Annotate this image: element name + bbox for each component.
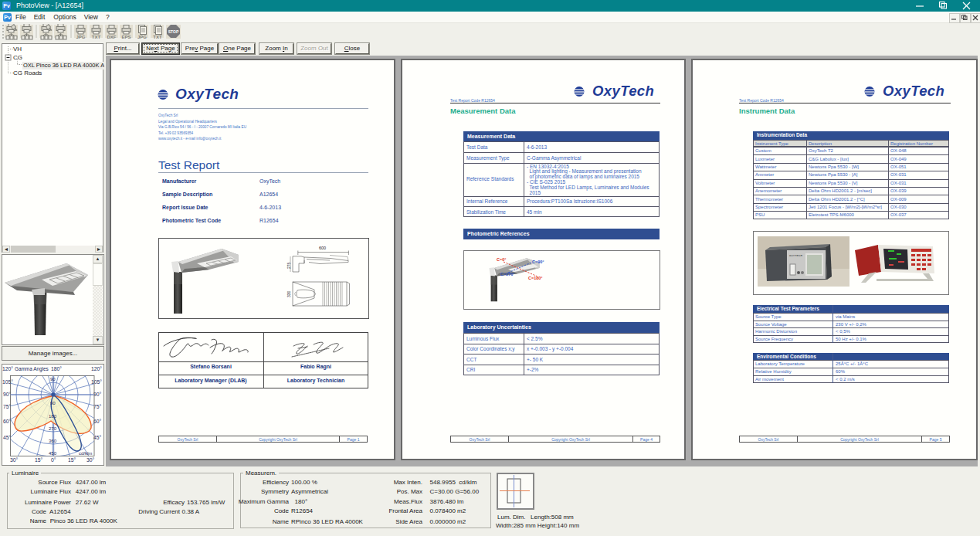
svg-text:75°: 75° — [3, 404, 12, 409]
svg-text:C=90°: C=90° — [532, 260, 544, 264]
svg-text:EPS: EPS — [121, 35, 131, 39]
svg-text:90: 90 — [50, 401, 56, 405]
svg-text:STOP: STOP — [168, 29, 179, 34]
svg-text:90: 90 — [50, 377, 56, 382]
svg-text:120°: 120° — [2, 366, 13, 371]
svg-text:TXT: TXT — [153, 35, 162, 39]
svg-text:JPG: JPG — [137, 35, 147, 39]
svg-text:75°: 75° — [93, 404, 102, 409]
svg-text:30°: 30° — [10, 457, 19, 463]
svg-text:Gamma Angles: Gamma Angles — [15, 366, 49, 372]
svg-text:180: 180 — [49, 414, 57, 419]
svg-text:C=0°: C=0° — [497, 257, 506, 262]
svg-text:JPG: JPG — [76, 35, 85, 39]
svg-text:600: 600 — [319, 246, 326, 250]
svg-text:90°: 90° — [93, 392, 102, 397]
svg-text:OXYTECH: OXYTECH — [789, 254, 802, 257]
svg-text:15°: 15° — [35, 457, 43, 463]
svg-text:90°: 90° — [3, 392, 12, 397]
svg-text:cd/klm: cd/klm — [79, 451, 92, 456]
svg-text:60°: 60° — [3, 419, 12, 424]
svg-text:270: 270 — [49, 426, 57, 431]
svg-text:DXF: DXF — [107, 35, 117, 39]
svg-text:45°: 45° — [93, 435, 102, 440]
svg-text:C=270°: C=270° — [500, 272, 515, 276]
svg-text:105°: 105° — [91, 379, 102, 385]
svg-text:C=180°: C=180° — [528, 276, 543, 280]
svg-text:360: 360 — [49, 439, 57, 443]
svg-text:45°: 45° — [3, 435, 12, 440]
svg-text:330: 330 — [287, 290, 291, 297]
svg-text:TXT: TXT — [92, 35, 101, 39]
svg-text:60°: 60° — [93, 419, 102, 424]
svg-text:0°: 0° — [51, 457, 56, 463]
svg-text:120°: 120° — [91, 366, 102, 371]
svg-text:180°: 180° — [51, 366, 62, 371]
svg-text:30°: 30° — [86, 457, 95, 463]
svg-text:450: 450 — [49, 451, 57, 456]
svg-text:15°: 15° — [68, 457, 76, 463]
